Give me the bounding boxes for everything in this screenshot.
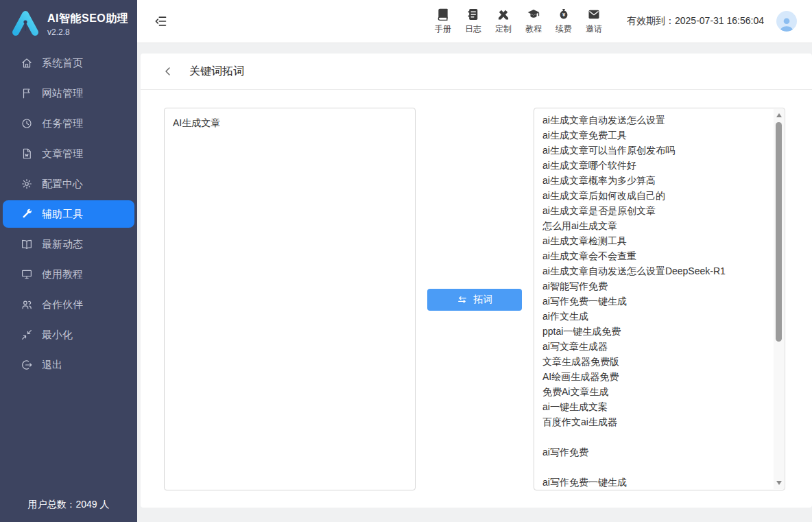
sidebar-item-tools[interactable]: 辅助工具 — [3, 200, 134, 228]
sidebar-item-config[interactable]: 配置中心 — [0, 169, 137, 199]
book-open-icon — [21, 238, 33, 250]
money-bag-icon: ¥ — [557, 8, 571, 21]
sidebar-item-label: 最小化 — [42, 329, 73, 342]
expand-button-label: 拓词 — [474, 294, 493, 306]
keyword-result-row: ai写作免费一键生成 — [542, 294, 769, 309]
scrollbar-thumb[interactable] — [776, 122, 782, 342]
keyword-result-row: ai生成文章可以当作原创发布吗 — [542, 143, 769, 158]
sidebar-item-tutorial[interactable]: 使用教程 — [0, 259, 137, 289]
sidebar-menu: 系统首页 网站管理 任务管理 文章管理 配置中心 辅助工具 最新动态 使用教程 — [0, 48, 137, 380]
sidebar-item-label: 退出 — [42, 359, 62, 372]
log-icon — [466, 8, 480, 21]
keyword-result-row: ai智能写作免费 — [542, 278, 769, 294]
keyword-result-row: ai生成文章检测工具 — [542, 233, 769, 248]
person-icon — [778, 15, 796, 32]
keyword-result-row: ai生成文章是否是原创文章 — [542, 203, 769, 218]
sidebar-item-home[interactable]: 系统首页 — [0, 48, 137, 78]
keyword-result-row — [542, 429, 769, 444]
wrench-icon — [21, 208, 33, 220]
sidebar-item-logout[interactable]: 退出 — [0, 350, 137, 380]
action-label: 教程 — [525, 23, 542, 35]
flag-icon — [21, 87, 33, 99]
app-title: AI智能SEO助理 — [47, 12, 128, 26]
custom-action[interactable]: 定制 — [488, 8, 518, 35]
scroll-down-arrow-icon[interactable] — [774, 478, 784, 488]
keyword-result-row: ai生成文章哪个软件好 — [542, 158, 769, 173]
home-icon — [21, 57, 33, 69]
scroll-up-arrow-icon[interactable] — [774, 110, 784, 120]
sidebar-item-minimize[interactable]: 最小化 — [0, 320, 137, 350]
page-title: 关键词拓词 — [189, 64, 244, 79]
keyword-result-row: ai生成文章会不会查重 — [542, 248, 769, 263]
custom-tools-icon — [497, 8, 510, 21]
users-total: 用户总数：2049 人 — [0, 499, 137, 511]
header-actions: 手册 日志 定制 教程 ¥ 续费 邀请 有效期到：2025-07-31 16:5… — [428, 8, 812, 35]
keyword-result-row: 文章生成器免费版 — [542, 354, 769, 369]
expanded-keywords-panel[interactable]: ai生成文章自动发送怎么设置ai生成文章免费工具ai生成文章可以当作原创发布吗a… — [534, 108, 785, 490]
invite-action[interactable]: 邀请 — [579, 8, 609, 35]
keyword-result-row: ai生成文章概率为多少算高 — [542, 173, 769, 188]
sidebar-item-label: 合作伙伴 — [42, 298, 83, 311]
vertical-scrollbar[interactable] — [774, 109, 784, 489]
keyword-result-row: 怎么用ai生成文章 — [542, 218, 769, 233]
keyword-result-row: ai作文生成 — [542, 309, 769, 324]
action-label: 日志 — [465, 23, 481, 35]
keyword-results-list: ai生成文章自动发送怎么设置ai生成文章免费工具ai生成文章可以当作原创发布吗a… — [534, 108, 772, 490]
sidebar-item-label: 文章管理 — [42, 147, 83, 161]
minimize-icon — [21, 329, 33, 341]
manual-action[interactable]: 手册 — [428, 8, 458, 35]
sidebar-item-websites[interactable]: 网站管理 — [0, 78, 137, 108]
menu-fold-icon[interactable] — [154, 14, 167, 28]
expand-keywords-button[interactable]: 拓词 — [427, 289, 522, 311]
graduation-cap-icon — [527, 8, 540, 21]
log-action[interactable]: 日志 — [458, 8, 488, 35]
keyword-result-row: pptai一键生成免费 — [542, 324, 769, 339]
sidebar-item-tasks[interactable]: 任务管理 — [0, 108, 137, 139]
envelope-icon — [587, 8, 601, 21]
keyword-result-row: 免费Ai文章生成 — [542, 384, 769, 399]
sidebar-item-articles[interactable]: 文章管理 — [0, 139, 137, 169]
avatar[interactable] — [776, 11, 797, 32]
action-label: 手册 — [435, 23, 451, 35]
top-header: 手册 日志 定制 教程 ¥ 续费 邀请 有效期到：2025-07-31 16:5… — [137, 0, 812, 43]
document-icon — [21, 147, 33, 160]
keyword-result-row: ai写作免费一键生成 — [542, 475, 769, 490]
sidebar-item-partners[interactable]: 合作伙伴 — [0, 289, 137, 320]
swap-arrows-icon — [457, 294, 468, 305]
chevron-left-icon — [163, 66, 174, 77]
app-logo-icon — [10, 8, 41, 40]
keyword-input[interactable]: AI生成文章 — [164, 108, 416, 490]
keyword-result-row: ai写作免费 — [542, 444, 769, 460]
app-version: v2.2.8 — [47, 27, 128, 37]
sidebar-item-news[interactable]: 最新动态 — [0, 229, 137, 259]
keyword-result-row — [542, 460, 769, 475]
sidebar: AI智能SEO助理 v2.2.8 系统首页 网站管理 任务管理 文章管理 配置中… — [0, 0, 137, 522]
clock-icon — [21, 117, 33, 130]
sidebar-item-label: 最新动态 — [42, 238, 83, 251]
keyword-result-row: ai生成文章免费工具 — [542, 128, 769, 143]
sidebar-item-label: 辅助工具 — [42, 208, 83, 221]
keyword-result-row: ai生成文章自动发送怎么设置DeepSeek-R1 — [542, 263, 769, 278]
renew-action[interactable]: ¥ 续费 — [549, 8, 579, 35]
monitor-icon — [21, 268, 33, 281]
keyword-result-row: AI绘画生成器免费 — [542, 369, 769, 384]
sidebar-item-label: 网站管理 — [42, 87, 83, 100]
sidebar-item-label: 系统首页 — [42, 57, 83, 70]
keyword-result-row: ai一键生成文案 — [542, 399, 769, 414]
back-button[interactable] — [163, 66, 174, 77]
sidebar-item-label: 任务管理 — [42, 117, 83, 130]
expiry-date: 有效期到：2025-07-31 16:56:04 — [627, 15, 764, 27]
logout-icon — [21, 359, 33, 371]
page-title-bar: 关键词拓词 — [141, 54, 812, 90]
keyword-result-row: ai生成文章自动发送怎么设置 — [542, 112, 769, 128]
action-label: 续费 — [556, 23, 572, 35]
action-label: 定制 — [495, 23, 512, 35]
main-area: 关键词拓词 AI生成文章 拓词 ai生成文章自动发送怎么设置ai生成文章免费工具… — [137, 43, 812, 522]
manual-book-icon — [436, 8, 450, 21]
sidebar-item-label: 配置中心 — [42, 178, 83, 191]
keyword-result-row: ai生成文章后如何改成自己的 — [542, 188, 769, 203]
app-logo-block: AI智能SEO助理 v2.2.8 — [0, 0, 137, 45]
tutorial-action[interactable]: 教程 — [518, 8, 549, 35]
sidebar-item-label: 使用教程 — [42, 268, 83, 281]
gear-icon — [21, 178, 33, 190]
